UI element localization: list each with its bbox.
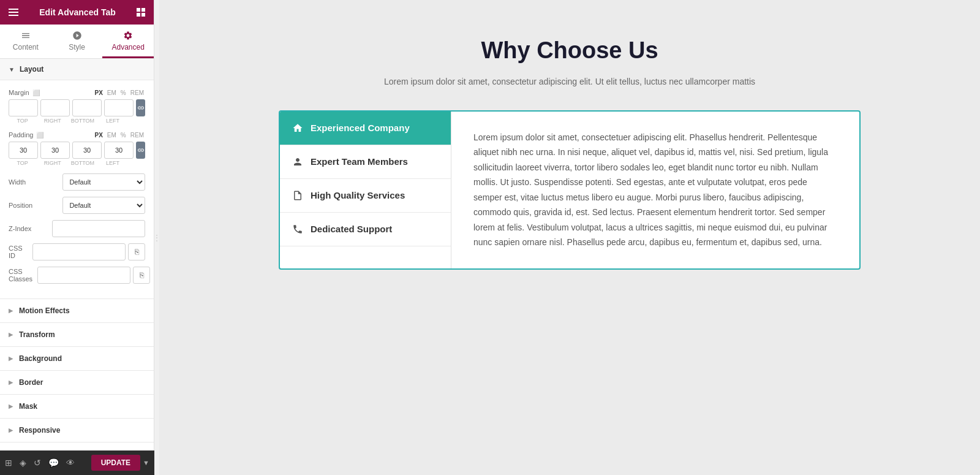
tab-content[interactable]: Content [0,25,51,58]
update-dropdown-arrow[interactable]: ▼ [143,459,149,466]
padding-left-input[interactable] [104,142,134,159]
tab-advanced[interactable]: Advanced [102,25,154,58]
css-id-copy-button[interactable]: ⎘ [128,243,145,260]
padding-top-input[interactable] [9,142,38,159]
padding-right-input[interactable] [40,142,70,159]
padding-bottom-input[interactable] [72,142,102,159]
margin-unit-px[interactable]: PX [94,89,104,96]
padding-unit-em[interactable]: EM [106,132,118,139]
motion-effects-section: ▶ Motion Effects [0,299,154,323]
margin-right-input[interactable] [40,99,70,116]
css-classes-input[interactable] [37,267,130,284]
position-row: Position Default [9,197,145,214]
sidebar: Edit Advanced Tab Content Style Advanced… [0,0,154,475]
margin-field: Margin ⬜ PX EM % REM [9,89,145,124]
layout-section-body: Margin ⬜ PX EM % REM [0,80,154,299]
hamburger-menu-icon[interactable] [9,9,18,16]
padding-labels: TOP RIGHT BOTTOM LEFT [9,160,145,166]
border-section: ▶ Border [0,371,154,395]
responsive-header[interactable]: ▶ Responsive [0,419,154,442]
margin-top-input[interactable] [9,99,38,116]
tabs-column: Experienced Company Expert Team Members … [280,112,451,268]
background-header[interactable]: ▶ Background [0,347,154,370]
padding-inputs [9,142,145,159]
background-chevron: ▶ [9,355,13,362]
margin-unit-pct[interactable]: % [119,89,127,96]
z-index-row: Z-Index [9,220,145,237]
motion-effects-header[interactable]: ▶ Motion Effects [0,299,154,322]
width-select[interactable]: Default [62,173,145,191]
margin-unit-rem[interactable]: REM [129,89,145,96]
layout-section-header[interactable]: ▼ Layout [0,59,154,80]
border-header[interactable]: ▶ Border [0,371,154,394]
history-icon[interactable]: ↺ [34,458,41,468]
tab-body-text: Lorem ipsum dolor sit amet, consectetuer… [473,130,837,250]
transform-label: Transform [19,330,55,339]
grid-icon[interactable] [137,8,145,17]
layers-icon[interactable]: ⊞ [5,458,12,468]
padding-link-button[interactable] [136,142,145,159]
margin-unit-em[interactable]: EM [106,89,118,96]
why-choose-subheading: Lorem ipsum dolor sit amet, consectetur … [279,75,861,88]
css-id-label: CSS ID [9,245,28,259]
mask-section: ▶ Mask [0,395,154,419]
tab-content-area: Lorem ipsum dolor sit amet, consectetuer… [451,112,859,268]
sidebar-header: Edit Advanced Tab [0,0,154,25]
css-id-input-group: ⎘ [32,243,145,260]
padding-unit-tabs: PX EM % REM [94,132,145,139]
margin-left-input[interactable] [104,99,134,116]
main-content: Why Choose Us Lorem ipsum dolor sit amet… [159,0,980,475]
tab-style-label: Style [69,43,85,51]
width-row: Width Default [9,173,145,191]
margin-bottom-input[interactable] [72,99,102,116]
padding-unit-px[interactable]: PX [94,132,104,139]
position-select[interactable]: Default [62,197,145,214]
z-index-label: Z-Index [9,225,47,232]
why-choose-heading: Why Choose Us [279,37,861,65]
home-icon [292,123,303,134]
resize-handle[interactable]: ⋮ [154,0,159,475]
transform-chevron: ▶ [9,332,13,338]
update-group: UPDATE ▼ [91,455,149,471]
position-label: Position [9,202,58,209]
z-index-input[interactable] [52,220,145,237]
tab-quality-label: High Quality Services [311,190,405,200]
comments-icon[interactable]: 💬 [48,458,59,468]
margin-link-button[interactable] [136,99,145,116]
tab-expert-label: Expert Team Members [311,156,408,167]
tab-quality-services[interactable]: High Quality Services [280,179,451,213]
motion-effects-label: Motion Effects [19,306,70,315]
padding-unit-rem[interactable]: REM [129,132,145,139]
tab-style[interactable]: Style [51,25,103,58]
phone-icon [292,224,303,235]
background-label: Background [19,354,62,363]
margin-unit-tabs: PX EM % REM [94,89,145,96]
border-label: Border [19,378,43,387]
tab-dedicated-support[interactable]: Dedicated Support [280,213,451,246]
update-button[interactable]: UPDATE [91,455,140,471]
theme-icon[interactable]: ◈ [20,458,26,468]
css-classes-row: CSS Classes ⎘ [9,267,145,284]
responsive-chevron: ▶ [9,427,13,433]
tab-advanced-label: Advanced [111,43,144,51]
eye-icon[interactable]: 👁 [66,458,75,468]
mask-chevron: ▶ [9,403,13,409]
margin-inputs [9,99,145,116]
mask-label: Mask [19,402,37,411]
tab-experienced-company[interactable]: Experienced Company [280,112,451,145]
tab-expert-team[interactable]: Expert Team Members [280,145,451,179]
sidebar-tabs: Content Style Advanced [0,25,154,59]
transform-header[interactable]: ▶ Transform [0,323,154,346]
css-id-input[interactable] [32,243,126,260]
person-icon [292,156,303,167]
css-classes-copy-button[interactable]: ⎘ [133,267,150,284]
page-section: Why Choose Us Lorem ipsum dolor sit amet… [279,37,861,270]
tab-experienced-label: Experienced Company [311,123,410,133]
padding-unit-pct[interactable]: % [119,132,127,139]
content-card: Experienced Company Expert Team Members … [279,110,861,270]
mask-header[interactable]: ▶ Mask [0,395,154,418]
background-section: ▶ Background [0,347,154,371]
sidebar-title: Edit Advanced Tab [39,7,115,17]
padding-monitor-icon: ⬜ [36,132,43,139]
padding-label: Padding ⬜ PX EM % REM [9,131,145,139]
